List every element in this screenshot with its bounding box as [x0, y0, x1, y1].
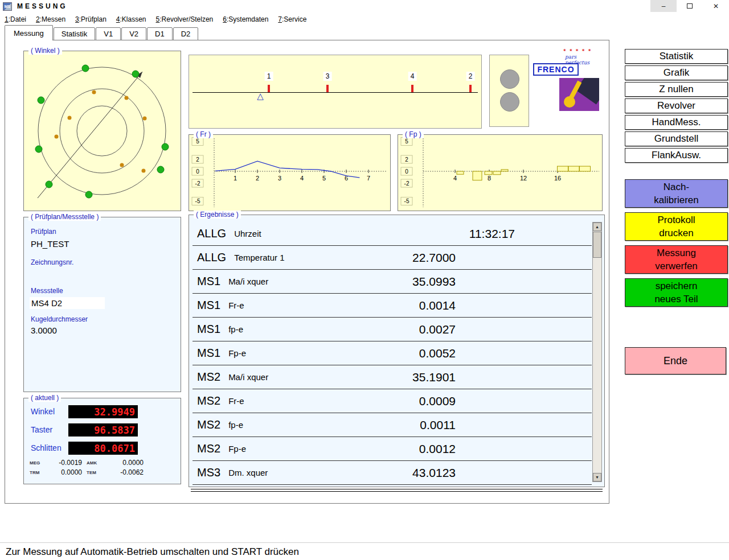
led-display: 96.5837 [68, 423, 138, 437]
svg-text:7: 7 [367, 175, 370, 182]
fr-legend: ( Fr ) [194, 130, 213, 138]
menu-item-prfplan[interactable]: 3:Prüfplan [75, 15, 107, 23]
menu-item-messen[interactable]: 2:Messen [36, 15, 65, 23]
result-name: fp-e [228, 420, 243, 430]
result-prefix: MS2 [197, 442, 220, 455]
logo-art [559, 78, 599, 111]
result-row[interactable]: ALLGTemperatur 122.7000 [193, 246, 592, 270]
result-row[interactable]: MS2Fr-e0.0009 [193, 389, 592, 413]
svg-text:16: 16 [554, 175, 561, 182]
result-row[interactable]: MS1Fr-e0.0014 [193, 294, 592, 318]
result-row[interactable]: MS1Fp-e0.0052 [193, 341, 592, 365]
scroll-thumb[interactable] [593, 232, 601, 258]
result-prefix: ALLG [197, 251, 226, 264]
tab-d1[interactable]: D1 [147, 27, 173, 40]
nach-kalibrieren-button[interactable]: Nach-kalibrieren [625, 179, 728, 208]
minimize-button[interactable]: – [650, 0, 677, 12]
kugeldurchmesser-label: Kugeldurchmesser [31, 315, 88, 323]
result-row[interactable]: MS2Fp-e0.0012 [193, 437, 592, 461]
button-line: Nach- [664, 180, 689, 193]
logo-art-shape [564, 96, 575, 108]
result-value: 11:32:17 [469, 227, 515, 241]
winkel-chart [24, 51, 181, 211]
messung-verwerfen-button[interactable]: Messungverwerfen [625, 245, 728, 274]
result-row[interactable]: MS1Ma/i xquer35.0993 [193, 270, 592, 294]
svg-text:2: 2 [405, 157, 408, 163]
svg-text:5: 5 [322, 175, 326, 182]
statistik-button[interactable]: Statistik [625, 49, 728, 64]
svg-text:3: 3 [278, 175, 281, 182]
tab-v2[interactable]: V2 [121, 27, 146, 40]
speichern-neues-teil-button[interactable]: speichernneues Teil [625, 278, 728, 307]
tab-statistik[interactable]: Statistik [54, 27, 96, 40]
result-value: 43.0123 [412, 466, 456, 480]
svg-text:0: 0 [405, 168, 408, 175]
button-line: Protokoll [657, 213, 695, 227]
scroll-down-button[interactable]: ▼ [593, 473, 601, 481]
results-scrollbar[interactable]: ▲ ▼ [592, 222, 602, 482]
result-row[interactable]: ALLGUhrzeit11:32:17 [193, 222, 592, 246]
result-name: Temperatur 1 [234, 253, 284, 262]
button-line: Messung [657, 246, 696, 260]
svg-text:-5: -5 [404, 198, 409, 204]
grafik-button[interactable]: Grafik [625, 65, 728, 80]
result-value: 35.0993 [412, 275, 456, 289]
result-name: Ma/i xquer [228, 372, 268, 382]
button-line: speichern [656, 279, 698, 293]
menu-item-datei[interactable]: 1:Datei [5, 15, 26, 23]
revolver-button[interactable]: Revolver [625, 98, 728, 113]
ergebnisse-group: ( Ergebnisse ) ALLGUhrzeit11:32:17ALLGTe… [189, 215, 605, 487]
position-tick-label: 4 [408, 72, 417, 81]
fp-chart: 520-2-5481216 [398, 135, 602, 211]
flankausw-button[interactable]: FlankAusw. [625, 148, 728, 163]
close-button[interactable]: ✕ [703, 0, 729, 12]
app-icon: MS [3, 2, 12, 11]
result-prefix: MS2 [197, 418, 220, 431]
handmess-button[interactable]: HandMess. [625, 115, 728, 130]
scroll-up-button[interactable]: ▲ [593, 223, 601, 231]
main-panel: ( Winkel ) △ 1342 ✶ ✶ ✶ ✶ ✶ pars perfect… [5, 40, 609, 504]
result-prefix: ALLG [197, 227, 226, 240]
mini-value: 0.0000 [46, 468, 87, 476]
result-name: Dm. xquer [228, 468, 268, 477]
indicator-panel [489, 55, 529, 127]
aktuell-mini: MEG-0.0019AMK0.0000TRM0.0000TEM-0.0062 [30, 459, 172, 476]
svg-text:-2: -2 [195, 180, 200, 187]
menu-item-systemdaten[interactable]: 6:Systemdaten [223, 15, 268, 23]
svg-text:-5: -5 [195, 198, 200, 204]
result-row[interactable]: MS2Ma/i xquer35.1901 [193, 365, 592, 389]
result-row[interactable]: MS2fp-e0.0011 [193, 413, 592, 437]
position-tick-label: 3 [323, 72, 332, 81]
position-strip: △ 1342 [189, 55, 482, 129]
pruefplan-group: ( Prüfplan/Messstelle ) Prüfplan PH_TEST… [23, 217, 181, 392]
tab-bar: MessungStatistikV1V2D1D2 [5, 25, 199, 40]
window-title: MESSUNG [17, 2, 68, 10]
messstelle-input[interactable] [30, 297, 105, 309]
logo-brand: FRENCO [533, 63, 579, 76]
menu-item-revolverstelzen[interactable]: 5:Revolver/Stelzen [156, 15, 214, 23]
result-row[interactable]: MS1fp-e0.0027 [193, 318, 592, 341]
result-row[interactable]: MS3Dm. xquer43.0123 [193, 461, 592, 485]
svg-text:12: 12 [520, 175, 527, 182]
protokoll-drucken-button[interactable]: Protokolldrucken [625, 212, 728, 241]
result-value: 22.7000 [412, 251, 456, 265]
menu-item-klassen[interactable]: 4:Klassen [116, 15, 146, 23]
tab-d2[interactable]: D2 [173, 27, 199, 40]
ergebnisse-legend: ( Ergebnisse ) [194, 211, 241, 219]
result-name: Fr-e [228, 300, 244, 310]
title-bar: MS MESSUNG – ✕ [0, 0, 729, 13]
grundstell-button[interactable]: Grundstell [625, 131, 728, 146]
fr-chart: 520-2-51234567 [189, 135, 390, 211]
winkel-legend: ( Winkel ) [28, 47, 62, 55]
result-prefix: MS1 [197, 275, 220, 288]
maximize-button[interactable] [677, 0, 703, 12]
colored-buttons: Nach-kalibrierenProtokolldruckenMessungv… [625, 179, 728, 307]
tab-v1[interactable]: V1 [96, 27, 121, 40]
svg-text:8: 8 [488, 175, 491, 182]
ende-button[interactable]: Ende [625, 347, 726, 374]
tab-messung[interactable]: Messung [5, 25, 53, 40]
menu-item-service[interactable]: 7:Service [278, 15, 306, 23]
mini-label: TEM [87, 470, 105, 475]
results-rows: ALLGUhrzeit11:32:17ALLGTemperatur 122.70… [193, 222, 592, 485]
z-nullen-button[interactable]: Z nullen [625, 82, 728, 97]
